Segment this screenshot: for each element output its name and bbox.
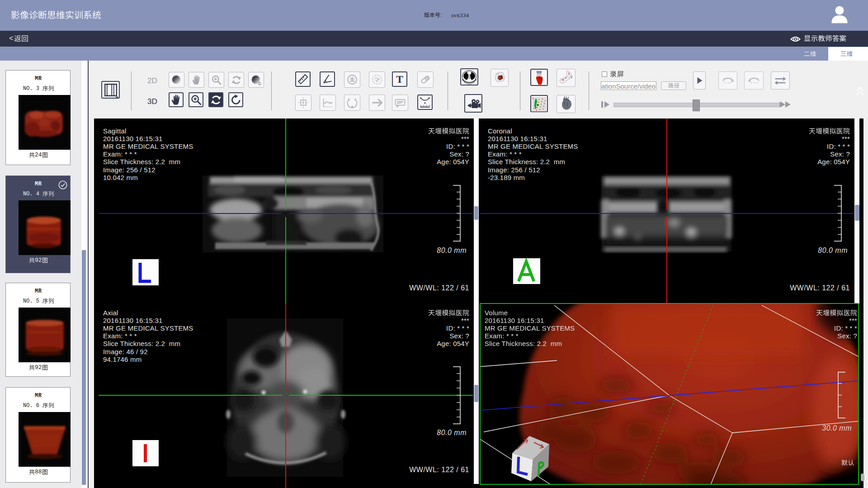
svg-text:C: C xyxy=(258,81,261,85)
svg-text:T: T xyxy=(396,73,403,85)
